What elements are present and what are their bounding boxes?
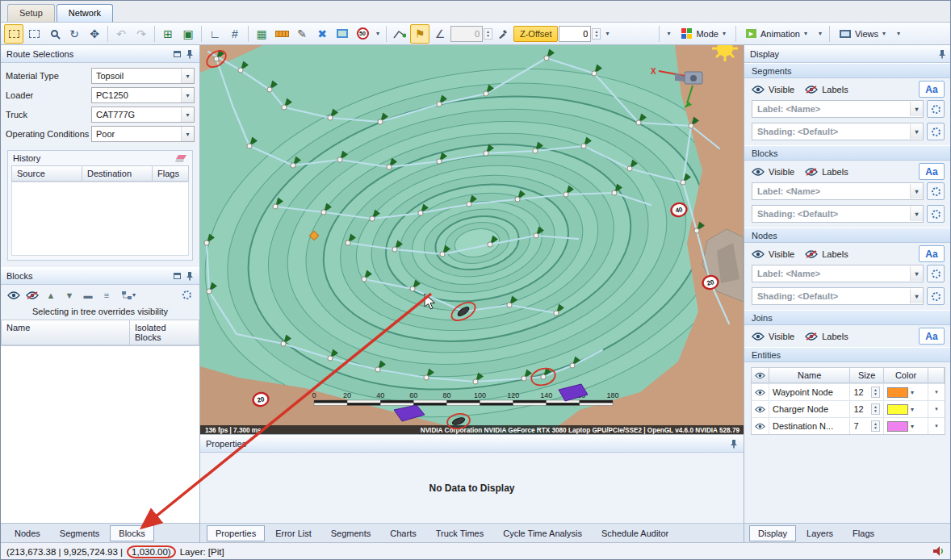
entities-col-size[interactable]: Size <box>850 368 883 383</box>
tab-charts[interactable]: Charts <box>381 525 425 541</box>
image-overlay-button[interactable]: ▦ <box>252 24 271 44</box>
move-up-button[interactable]: ▲ <box>43 287 59 303</box>
tab-flags[interactable]: Flags <box>844 525 883 541</box>
move-down-button[interactable]: ▼ <box>61 287 78 303</box>
show-all-button[interactable] <box>6 287 22 303</box>
minimize-panel-icon[interactable] <box>174 273 181 279</box>
eraser-icon[interactable] <box>174 154 187 163</box>
lasso-select-button[interactable] <box>24 24 44 44</box>
section-joins[interactable]: Joins <box>744 310 951 325</box>
eye-icon[interactable] <box>752 332 765 341</box>
loader-combo[interactable]: PC1250 ▾ <box>91 87 195 103</box>
shading-settings-button[interactable] <box>927 123 945 140</box>
zoom-button[interactable] <box>44 24 64 44</box>
font-button[interactable]: Aa <box>919 245 945 262</box>
chevron-down-icon[interactable]: ▾ <box>181 69 194 83</box>
tab-error-list[interactable]: Error List <box>266 525 320 541</box>
chevron-down-icon[interactable]: ▾ <box>910 266 923 281</box>
font-button[interactable]: Aa <box>919 81 945 98</box>
entity-more-button[interactable]: ▾ <box>928 401 945 417</box>
speed-limit-dropdown[interactable]: ▾ <box>373 24 383 44</box>
speed-limit-button[interactable]: 50 <box>353 24 372 44</box>
chevron-down-icon[interactable]: ▾ <box>910 102 923 116</box>
labels-label[interactable]: Labels <box>822 249 848 259</box>
blocks-col-isolated[interactable]: Isolated Blocks <box>130 320 199 345</box>
pin-icon[interactable] <box>186 271 194 281</box>
audio-status-icon[interactable] <box>932 546 945 557</box>
tab-properties[interactable]: Properties <box>207 525 265 541</box>
history-col-destination[interactable]: Destination <box>82 165 153 182</box>
eye-icon[interactable] <box>752 250 765 258</box>
shading-combo[interactable]: Shading: <Default>▾ <box>752 287 924 305</box>
history-col-flags[interactable]: Flags <box>153 165 189 182</box>
tab-segments[interactable]: Segments <box>51 525 109 541</box>
size-spinner[interactable]: ▲▼ <box>871 387 880 398</box>
eye-slash-icon[interactable] <box>805 168 818 176</box>
section-blocks[interactable]: Blocks <box>744 145 951 161</box>
viewport-3d[interactable]: 020406080100120140160180 136 fps | 7.300… <box>200 45 744 434</box>
animation-dropdown[interactable]: ▶ Animation ▾ <box>739 27 814 41</box>
hierarchy-button[interactable]: ▾ <box>117 287 140 303</box>
zoom-extents-button[interactable]: ⊞ <box>158 24 178 44</box>
section-segments[interactable]: Segments <box>744 63 951 78</box>
history-empty-list[interactable] <box>11 182 189 256</box>
chevron-down-icon[interactable]: ▾ <box>181 127 194 141</box>
select-rectangle-button[interactable] <box>4 24 23 44</box>
draw-segment-button[interactable] <box>390 24 409 44</box>
entities-col-color[interactable]: Color <box>884 368 928 383</box>
blocks-col-name[interactable]: Name <box>1 320 130 345</box>
entities-col-name[interactable]: Name <box>769 368 850 383</box>
measure-ruler-button[interactable] <box>272 24 291 44</box>
tab-layers[interactable]: Layers <box>798 525 842 541</box>
visible-label[interactable]: Visible <box>769 249 794 259</box>
gradient-input[interactable] <box>450 26 483 42</box>
tab-cycle-time-analysis[interactable]: Cycle Time Analysis <box>494 525 591 541</box>
blocks-empty-list[interactable] <box>1 345 199 523</box>
gradient-tool-button[interactable]: ∠ <box>430 24 450 44</box>
undo-button[interactable]: ↶ <box>111 24 131 44</box>
draw-pencil-button[interactable]: ✎ <box>292 24 312 44</box>
label-combo[interactable]: Label: <Name>▾ <box>752 182 924 200</box>
history-col-source[interactable]: Source <box>11 165 82 182</box>
tab-network[interactable]: Network <box>57 4 113 22</box>
eye-slash-icon[interactable] <box>805 250 818 258</box>
pin-icon[interactable] <box>186 49 194 59</box>
section-entities[interactable]: Entities <box>744 347 951 362</box>
eye-icon[interactable] <box>755 423 765 430</box>
shading-combo[interactable]: Shading: <Default>▾ <box>752 123 924 140</box>
operating-conditions-combo[interactable]: Poor ▾ <box>91 126 195 142</box>
z-offset-spinner[interactable]: ▲▼ <box>592 28 601 40</box>
color-swatch[interactable] <box>887 404 908 415</box>
label-combo[interactable]: Label: <Name>▾ <box>752 100 924 118</box>
chevron-down-icon[interactable]: ▾ <box>910 184 923 199</box>
blocks-settings-button[interactable] <box>178 287 195 303</box>
label-settings-button[interactable] <box>927 100 945 118</box>
z-offset-button[interactable]: Z-Offset <box>513 26 559 42</box>
truck-combo[interactable]: CAT777G ▾ <box>91 107 195 123</box>
font-button[interactable]: Aa <box>919 163 945 180</box>
entity-more-button[interactable]: ▾ <box>928 384 945 400</box>
eyedropper-button[interactable] <box>493 24 513 44</box>
list-button[interactable]: ≡ <box>98 287 115 303</box>
eye-icon[interactable] <box>752 86 765 94</box>
redo-button[interactable]: ↷ <box>132 24 151 44</box>
background-frame-button[interactable] <box>333 24 352 44</box>
delete-button[interactable]: ✖ <box>312 24 332 44</box>
chevron-down-icon[interactable]: ▾ <box>911 406 914 413</box>
label-settings-button[interactable] <box>927 182 945 200</box>
chevron-down-icon[interactable]: ▾ <box>910 289 923 303</box>
entity-row-waypoint-node[interactable]: Waypoint Node 12▲▼ ▾ ▾ <box>752 384 945 401</box>
remove-button[interactable]: ▬ <box>80 287 96 303</box>
tab-nodes[interactable]: Nodes <box>6 525 49 541</box>
views-overflow-button[interactable]: ▾ <box>893 24 904 44</box>
chevron-down-icon[interactable]: ▾ <box>181 88 194 102</box>
tab-setup[interactable]: Setup <box>7 4 55 22</box>
chevron-down-icon[interactable]: ▾ <box>910 124 923 139</box>
z-offset-input[interactable] <box>559 26 591 42</box>
pan-button[interactable]: ✥ <box>85 24 104 44</box>
orbit-button[interactable]: ↻ <box>65 24 84 44</box>
label-settings-button[interactable] <box>927 265 945 282</box>
size-spinner[interactable]: ▲▼ <box>871 420 880 432</box>
shading-settings-button[interactable] <box>927 205 945 223</box>
flag-tool-button[interactable]: ⚑ <box>410 24 429 44</box>
